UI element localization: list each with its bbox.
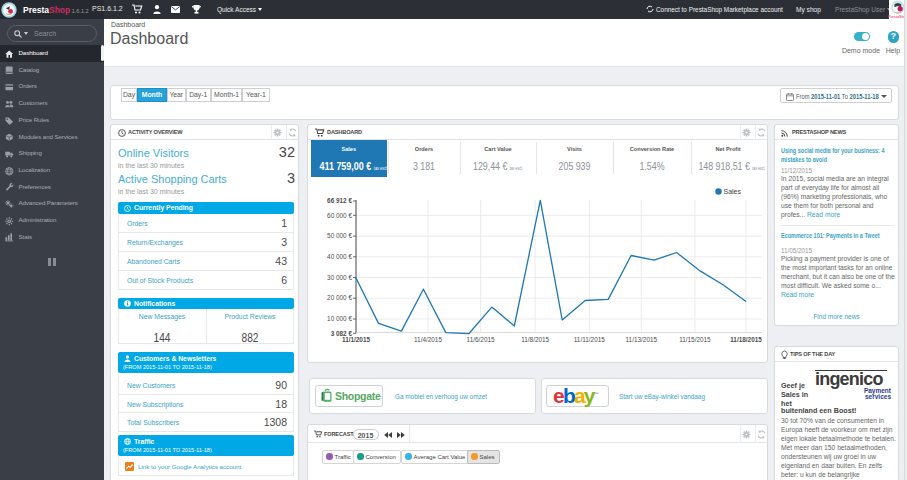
- svg-text:11/1/2015: 11/1/2015: [342, 336, 371, 343]
- svg-text:11/11/2015: 11/11/2015: [574, 336, 605, 343]
- svg-text:30 000 €: 30 000 €: [327, 274, 352, 281]
- svg-text:11/18/2015: 11/18/2015: [730, 336, 762, 343]
- svg-text:10 000 €: 10 000 €: [327, 315, 352, 322]
- svg-text:11/15/2015: 11/15/2015: [679, 336, 711, 343]
- svg-text:20 000 €: 20 000 €: [327, 294, 352, 301]
- svg-text:11/13/2015: 11/13/2015: [626, 336, 658, 343]
- svg-text:11/4/2015: 11/4/2015: [414, 336, 442, 343]
- svg-text:60 000 €: 60 000 €: [327, 212, 352, 219]
- svg-text:40 000 €: 40 000 €: [327, 253, 352, 260]
- svg-text:66 912 €: 66 912 €: [327, 197, 352, 204]
- svg-text:11/8/2015: 11/8/2015: [521, 336, 549, 343]
- svg-text:50 000 €: 50 000 €: [327, 232, 352, 239]
- svg-text:11/6/2015: 11/6/2015: [467, 336, 495, 343]
- svg-text:Sales: Sales: [724, 188, 742, 195]
